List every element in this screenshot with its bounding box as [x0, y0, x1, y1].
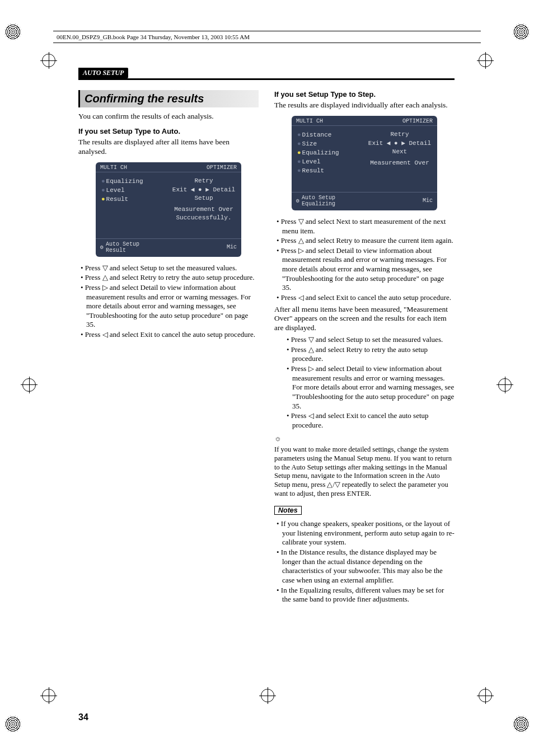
- running-header-text: 00EN.00_DSPZ9_GB.book Page 34 Thursday, …: [57, 34, 250, 40]
- osd-line: Exit ◀ ● ▶ Detail: [366, 139, 434, 147]
- gear-icon: ⚙: [100, 244, 104, 251]
- bullet-item: Press △ and select Retry to measure the …: [277, 236, 455, 246]
- osd-row: Distance: [297, 132, 366, 138]
- crop-target-top: [479, 54, 492, 67]
- osd-right-panel: Retry Exit ◀ ● ▶ Detail Setup Measuremen…: [170, 176, 238, 237]
- bullet-item: Press ◁ and select Exit to cancel the au…: [81, 330, 259, 340]
- right-column: If you set Setup Type to Step. The resul…: [274, 90, 455, 607]
- bullet-list-step-2: Press ▽ and select Setup to set the meas…: [274, 335, 455, 430]
- tip-icon: ☼: [274, 434, 455, 443]
- page: 00EN.00_DSPZ9_GB.book Page 34 Thursday, …: [0, 0, 534, 756]
- osd-footer-title2: Equalizing: [302, 201, 335, 207]
- crop-decoration: [513, 716, 530, 732]
- crop-target-bottom-center: [261, 689, 274, 702]
- gear-icon: ⚙: [296, 198, 299, 204]
- osd-body: Equalizing Level Result Retry Exit ◀ ● ▶…: [96, 172, 241, 238]
- osd-titlebar: MULTI CH OPTIMIZER: [292, 116, 437, 126]
- osd-menu-list: Equalizing Level Result: [99, 176, 170, 237]
- bullet-item: Press ▽ and select Next to start measure…: [277, 217, 455, 236]
- osd-footer-title1: Auto Setup: [106, 241, 139, 247]
- osd-row: Result: [297, 167, 366, 174]
- bullet-item: Press △ and select Retry to retry the au…: [287, 345, 455, 364]
- note-item: In the Distance results, the distance di…: [277, 548, 455, 585]
- osd-line: Retry: [366, 131, 434, 138]
- subtext-auto: The results are displayed after all item…: [78, 138, 259, 157]
- osd-line: Retry: [170, 177, 238, 184]
- bullet-list-auto: Press ▽ and select Setup to set the meas…: [78, 264, 259, 340]
- osd-line: Setup: [170, 195, 238, 201]
- section-tab: AUTO SETUP: [78, 68, 128, 78]
- bullet-item: Press ▽ and select Setup to set the meas…: [81, 264, 259, 273]
- osd-row: Level: [101, 187, 170, 194]
- osd-line: Succucessfully.: [170, 214, 238, 221]
- after-measure-text: After all menu items have been measured,…: [274, 305, 455, 334]
- content-region: AUTO SETUP Confirming the results You ca…: [78, 67, 455, 607]
- bullet-item: Press ◁ and select Exit to cancel the au…: [277, 293, 455, 303]
- notes-list: If you change speakers, speaker position…: [274, 519, 455, 604]
- two-column-layout: Confirming the results You can confirm t…: [78, 90, 455, 607]
- osd-row: Level: [297, 158, 366, 165]
- osd-right-panel: Retry Exit ◀ ● ▶ Detail Next Measurement…: [366, 129, 434, 191]
- osd-row: Equalizing: [101, 178, 170, 185]
- osd-footer-left: ⚙ Auto Setup Equalizing: [296, 195, 335, 207]
- page-number: 34: [78, 712, 88, 722]
- crop-target-bottom: [479, 689, 492, 702]
- osd-footer-right: Mic: [227, 244, 237, 250]
- bullet-item: Press ◁ and select Exit to cancel the au…: [287, 411, 455, 430]
- crop-target-left: [22, 378, 36, 392]
- bullet-item: Press △ and select Retry to retry the au…: [81, 273, 259, 283]
- osd-body: Distance Size Equalizing Level Result Re…: [292, 126, 437, 192]
- osd-titlebar: MULTI CH OPTIMIZER: [96, 162, 241, 172]
- osd-line: Measurement Over: [366, 159, 434, 166]
- osd-row: Equalizing: [297, 149, 366, 156]
- crop-target-bottom: [42, 689, 55, 702]
- osd-row: Result: [101, 196, 170, 203]
- tip-text: If you want to make more detailed settin…: [274, 445, 455, 498]
- osd-title-right: OPTIMIZER: [207, 165, 237, 171]
- running-header: 00EN.00_DSPZ9_GB.book Page 34 Thursday, …: [53, 31, 481, 43]
- osd-footer-title1: Auto Setup: [302, 195, 335, 201]
- osd-footer-left: ⚙ Auto Setup Result: [100, 241, 139, 253]
- crop-decoration: [4, 716, 21, 732]
- note-item: If you change speakers, speaker position…: [277, 519, 455, 547]
- osd-screenshot-auto: MULTI CH OPTIMIZER Equalizing Level Resu…: [96, 162, 241, 257]
- bullet-list-step-1: Press ▽ and select Next to start measure…: [274, 217, 455, 303]
- bullet-item: Press ▷ and select Detail to view inform…: [81, 283, 259, 330]
- note-item: In the Equalizing results, different val…: [277, 586, 455, 604]
- osd-title-right: OPTIMIZER: [402, 118, 433, 124]
- bullet-item: Press ▽ and select Setup to set the meas…: [287, 335, 455, 345]
- subheading-auto: If you set Setup Type to Auto.: [78, 127, 259, 135]
- left-column: Confirming the results You can confirm t…: [78, 90, 259, 607]
- notes-label: Notes: [274, 506, 302, 515]
- crop-decoration: [513, 24, 530, 40]
- osd-line: Next: [366, 148, 434, 155]
- crop-target-right: [498, 378, 512, 392]
- osd-title-left: MULTI CH: [296, 118, 323, 124]
- intro-text: You can confirm the results of each anal…: [78, 112, 259, 121]
- osd-screenshot-step: MULTI CH OPTIMIZER Distance Size Equaliz…: [292, 116, 437, 210]
- osd-footer: ⚙ Auto Setup Result Mic: [96, 238, 241, 253]
- crop-target-top: [42, 54, 55, 67]
- bullet-item: Press ▷ and select Detail to view inform…: [287, 364, 455, 411]
- osd-menu-list: Distance Size Equalizing Level Result: [295, 129, 366, 191]
- bullet-item: Press ▷ and select Detail to view inform…: [277, 246, 455, 293]
- osd-row: Size: [297, 140, 366, 147]
- osd-footer-title2: Result: [106, 247, 126, 253]
- osd-title-left: MULTI CH: [100, 165, 127, 171]
- subheading-step: If you set Setup Type to Step.: [274, 90, 455, 98]
- subtext-step: The results are displayed individually a…: [274, 101, 455, 110]
- osd-line: Exit ◀ ● ▶ Detail: [170, 186, 238, 193]
- osd-line: Measurement Over: [170, 206, 238, 213]
- section-tab-row: AUTO SETUP: [78, 67, 455, 80]
- crop-decoration: [4, 24, 21, 40]
- heading-box: Confirming the results: [78, 90, 259, 107]
- osd-footer-right: Mic: [423, 198, 433, 204]
- osd-footer: ⚙ Auto Setup Equalizing Mic: [292, 192, 437, 207]
